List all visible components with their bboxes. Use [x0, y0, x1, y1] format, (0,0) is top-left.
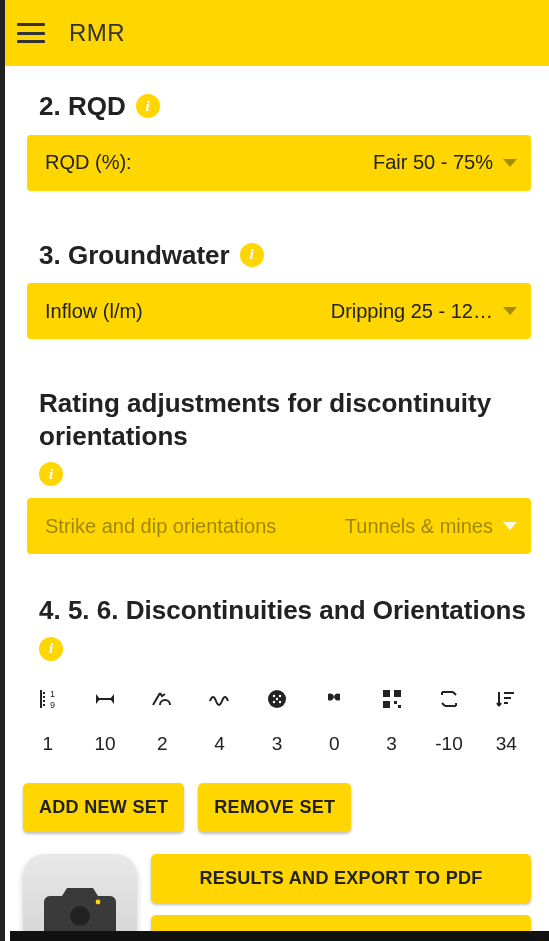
svg-text:1: 1	[50, 689, 55, 699]
info-icon[interactable]: i	[136, 94, 160, 118]
roughness-icon	[191, 687, 248, 711]
set-buttons: ADD NEW SET REMOVE SET	[5, 769, 549, 832]
cell: 1	[19, 733, 76, 755]
orientation-icon	[420, 687, 477, 711]
sets-icon	[363, 687, 420, 711]
svg-point-4	[279, 694, 281, 696]
table-row[interactable]: 1 10 2 4 3 0 3 -10 34	[19, 729, 535, 769]
svg-text:9: 9	[50, 700, 55, 710]
cell: 2	[134, 733, 191, 755]
svg-point-7	[279, 700, 281, 702]
adj-dd-value: Tunnels & mines	[345, 515, 493, 538]
spacing-icon: 19	[19, 687, 76, 711]
section-adj-title: Rating adjustments for discontinuity ori…	[5, 377, 549, 498]
infilling-icon	[248, 687, 305, 711]
svg-point-15	[70, 906, 90, 926]
svg-rect-8	[383, 690, 390, 697]
cell: 34	[478, 733, 535, 755]
svg-rect-11	[394, 701, 397, 704]
rqd-dd-value: Fair 50 - 75%	[373, 151, 493, 174]
svg-rect-10	[383, 701, 390, 708]
page-title: RMR	[69, 19, 125, 47]
svg-rect-9	[394, 690, 401, 697]
info-icon[interactable]: i	[240, 243, 264, 267]
svg-point-5	[276, 697, 278, 699]
cell: -10	[420, 733, 477, 755]
remove-set-button[interactable]: REMOVE SET	[198, 783, 351, 832]
section-disc-label: 4. 5. 6. Discontinuities and Orientation…	[39, 594, 526, 627]
weathering-icon	[306, 687, 363, 711]
chevron-down-icon	[503, 522, 517, 530]
svg-point-16	[96, 899, 101, 904]
content: 2. RQD i RQD (%): Fair 50 - 75% 3. Groun…	[5, 66, 549, 941]
appbar: RMR	[5, 0, 549, 66]
add-set-button[interactable]: ADD NEW SET	[23, 783, 184, 832]
svg-point-3	[273, 694, 275, 696]
section-gw-label: 3. Groundwater	[39, 239, 230, 272]
info-icon[interactable]: i	[39, 462, 63, 486]
cell: 3	[248, 733, 305, 755]
discontinuity-table: 19	[5, 673, 549, 769]
sort-icon	[478, 687, 535, 711]
results-button[interactable]: RESULTS AND EXPORT TO PDF	[151, 854, 531, 903]
nav-bar	[10, 931, 549, 941]
chevron-down-icon	[503, 159, 517, 167]
chevron-down-icon	[503, 307, 517, 315]
cell: 10	[76, 733, 133, 755]
bottom-actions: RESULTS AND EXPORT TO PDF NEW PROJECT	[5, 832, 549, 942]
camera-button[interactable]	[23, 854, 137, 942]
rqd-dd-label: RQD (%):	[45, 151, 132, 174]
cell: 4	[191, 733, 248, 755]
cell: 0	[306, 733, 363, 755]
adj-dropdown[interactable]: Strike and dip orientations Tunnels & mi…	[27, 498, 531, 554]
svg-point-6	[273, 700, 275, 702]
section-gw-title: 3. Groundwater i	[5, 229, 549, 284]
adj-dd-label: Strike and dip orientations	[45, 515, 276, 538]
svg-rect-12	[398, 705, 401, 708]
info-icon[interactable]: i	[39, 637, 63, 661]
aperture-icon	[134, 687, 191, 711]
section-disc-title: 4. 5. 6. Discontinuities and Orientation…	[5, 584, 549, 673]
gw-dd-label: Inflow (l/m)	[45, 300, 143, 323]
section-adj-label: Rating adjustments for discontinuity ori…	[39, 387, 527, 452]
section-rqd-title: 2. RQD i	[5, 80, 549, 135]
section-rqd-label: 2. RQD	[39, 90, 126, 123]
gw-dropdown[interactable]: Inflow (l/m) Dripping 25 - 12…	[27, 283, 531, 339]
length-icon	[76, 687, 133, 711]
cell: 3	[363, 733, 420, 755]
menu-icon[interactable]	[17, 23, 45, 43]
table-header-row: 19	[19, 683, 535, 729]
rqd-dropdown[interactable]: RQD (%): Fair 50 - 75%	[27, 135, 531, 191]
gw-dd-value: Dripping 25 - 12…	[331, 300, 493, 323]
